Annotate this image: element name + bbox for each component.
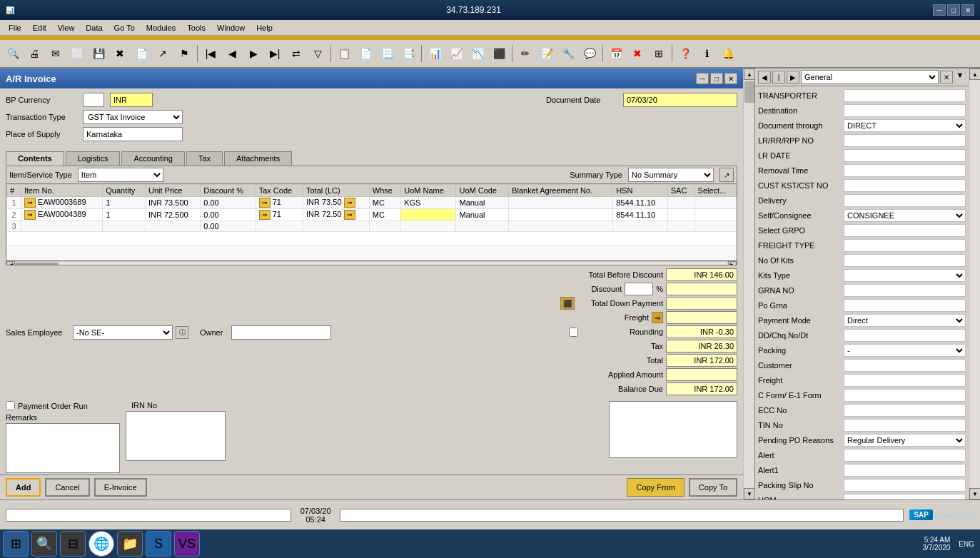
panel-dd-chq-input[interactable] bbox=[844, 329, 966, 342]
freight-arrow[interactable]: ⇒ bbox=[652, 312, 663, 323]
row1-unit-price[interactable]: INR 73.500 bbox=[146, 197, 201, 209]
discount-pct[interactable] bbox=[625, 283, 653, 295]
rpanel-vscroll-track[interactable] bbox=[969, 80, 980, 488]
row1-total-arrow[interactable]: ⇒ bbox=[344, 198, 355, 208]
bp-currency-input[interactable] bbox=[83, 93, 104, 107]
panel-cust-kst-input[interactable] bbox=[844, 179, 966, 192]
doc-maximize[interactable]: □ bbox=[710, 73, 723, 84]
menu-goto[interactable]: Go To bbox=[108, 22, 141, 34]
summary-type-select[interactable]: No Summary bbox=[628, 168, 714, 182]
tb-next[interactable]: ▶ bbox=[243, 44, 263, 64]
payment-order-run-label[interactable]: Payment Order Run bbox=[6, 401, 120, 410]
table-hscroll[interactable]: ◀ ▶ bbox=[6, 260, 737, 265]
menu-help[interactable]: Help bbox=[251, 22, 278, 34]
panel-no-of-kits-input[interactable] bbox=[844, 254, 966, 267]
panel-doc-through-select[interactable]: DIRECT bbox=[844, 119, 966, 132]
menu-window[interactable]: Window bbox=[211, 22, 251, 34]
panel-scroll-indicator[interactable]: ▼ bbox=[954, 70, 966, 84]
doc-minimize[interactable]: ─ bbox=[696, 73, 709, 84]
row3-total-lc[interactable] bbox=[303, 221, 370, 232]
tb-flag[interactable]: ⚑ bbox=[174, 44, 194, 64]
rpanel-vscroll-down[interactable]: ▼ bbox=[969, 488, 980, 499]
taskbar-windows[interactable]: ⊞ bbox=[3, 531, 29, 557]
item-service-select[interactable]: Item bbox=[78, 168, 163, 182]
balance-due-value[interactable]: INR 172.00 bbox=[666, 382, 737, 395]
copy-to-button[interactable]: Copy To bbox=[689, 478, 737, 497]
panel-freight-type-input[interactable] bbox=[844, 239, 966, 252]
row2-quantity[interactable]: 1 bbox=[103, 209, 146, 221]
tb-doc2[interactable]: 📄 bbox=[355, 44, 375, 64]
row2-tax-arrow[interactable]: ⇒ bbox=[259, 210, 271, 220]
tb-msg[interactable]: 💬 bbox=[580, 44, 600, 64]
row2-uom-name[interactable] bbox=[401, 209, 456, 221]
tb-save[interactable]: 💾 bbox=[89, 44, 108, 64]
rpanel-vscroll-up[interactable]: ▲ bbox=[969, 69, 980, 80]
taskbar-chrome[interactable]: 🌐 bbox=[89, 531, 114, 557]
tb-edit3[interactable]: 🔧 bbox=[558, 44, 578, 64]
row2-uom-code[interactable]: Manual bbox=[456, 209, 509, 221]
menu-tools[interactable]: Tools bbox=[181, 22, 211, 34]
vscroll-down[interactable]: ▼ bbox=[744, 488, 755, 499]
tab-attachments[interactable]: Attachments bbox=[224, 151, 292, 166]
row1-whse[interactable]: MC bbox=[369, 197, 400, 209]
hscroll-right[interactable]: ▶ bbox=[728, 261, 737, 266]
tb-chart3[interactable]: 📉 bbox=[468, 44, 488, 64]
panel-tin-no-input[interactable] bbox=[844, 419, 966, 432]
row3-item-no[interactable] bbox=[21, 221, 103, 232]
row1-blanket[interactable] bbox=[509, 197, 613, 209]
tb-email[interactable]: ✉ bbox=[46, 44, 66, 64]
row2-arrow[interactable]: ⇒ bbox=[24, 210, 36, 220]
panel-alert1-input[interactable] bbox=[844, 464, 966, 477]
maximize-btn[interactable]: □ bbox=[947, 4, 960, 16]
doc-close[interactable]: ✕ bbox=[724, 73, 737, 84]
panel-destination-input[interactable] bbox=[844, 104, 966, 117]
tb-doc4[interactable]: 📑 bbox=[398, 44, 418, 64]
menu-data[interactable]: Data bbox=[80, 22, 108, 34]
panel-kits-type-select[interactable] bbox=[844, 269, 966, 282]
tab-accounting[interactable]: Accounting bbox=[121, 151, 184, 166]
document-date-input[interactable]: 07/03/20 bbox=[623, 93, 737, 107]
row3-hsn[interactable] bbox=[613, 221, 668, 232]
row3-sac[interactable] bbox=[667, 221, 694, 232]
panel-lr-input[interactable] bbox=[844, 134, 966, 147]
down-payment-btn[interactable]: ⬛ bbox=[560, 297, 575, 310]
row1-uom-name[interactable]: KGS bbox=[401, 197, 456, 209]
tb-chart4[interactable]: ⬛ bbox=[489, 44, 509, 64]
panel-nav-next[interactable]: ▶ bbox=[787, 71, 799, 83]
tb-warn[interactable]: ✖ bbox=[627, 44, 647, 64]
row1-tax-code[interactable]: ⇒ 71 bbox=[256, 197, 303, 209]
row3-quantity[interactable] bbox=[103, 221, 146, 232]
tb-pdf[interactable]: 📄 bbox=[131, 44, 151, 64]
tb-info2[interactable]: 🔔 bbox=[718, 44, 738, 64]
panel-select-grpo-input[interactable] bbox=[844, 224, 966, 237]
freight-value[interactable] bbox=[666, 311, 737, 324]
menu-edit[interactable]: Edit bbox=[27, 22, 52, 34]
panel-close-btn[interactable]: ✕ bbox=[940, 71, 953, 83]
row1-sac[interactable] bbox=[667, 197, 694, 209]
row1-total-lc[interactable]: INR 73.50 ⇒ bbox=[303, 197, 370, 209]
panel-nav-prev[interactable]: ◀ bbox=[758, 71, 771, 83]
tab-contents[interactable]: Contents bbox=[6, 151, 64, 166]
hscroll-track[interactable] bbox=[15, 261, 728, 266]
row2-whse[interactable]: MC bbox=[369, 209, 400, 221]
table-expand-btn[interactable]: ↗ bbox=[719, 168, 734, 182]
row1-quantity[interactable]: 1 bbox=[103, 197, 146, 209]
row2-select[interactable] bbox=[694, 209, 736, 221]
row2-total-lc[interactable]: INR 72.50 ⇒ bbox=[303, 209, 370, 221]
close-btn[interactable]: ✕ bbox=[961, 4, 974, 16]
panel-packing-slip-input[interactable] bbox=[844, 479, 966, 492]
tb-grid[interactable]: ⊞ bbox=[649, 44, 669, 64]
panel-ecc-no-input[interactable] bbox=[844, 404, 966, 417]
tb-arrow[interactable]: ↗ bbox=[153, 44, 173, 64]
add-button[interactable]: Add bbox=[6, 478, 41, 497]
panel-customer-input[interactable] bbox=[844, 359, 966, 372]
row2-blanket[interactable] bbox=[509, 209, 613, 221]
e-invoice-button[interactable]: E-Invoice bbox=[94, 478, 147, 497]
panel-delivery-input[interactable] bbox=[844, 194, 966, 207]
row1-tax-arrow[interactable]: ⇒ bbox=[259, 198, 271, 208]
total-value[interactable]: INR 172.00 bbox=[666, 354, 737, 367]
discount-value[interactable] bbox=[666, 283, 737, 295]
panel-removal-time-input[interactable] bbox=[844, 164, 966, 177]
panel-grna-no-input[interactable] bbox=[844, 284, 966, 297]
row3-unit-price[interactable] bbox=[146, 221, 201, 232]
